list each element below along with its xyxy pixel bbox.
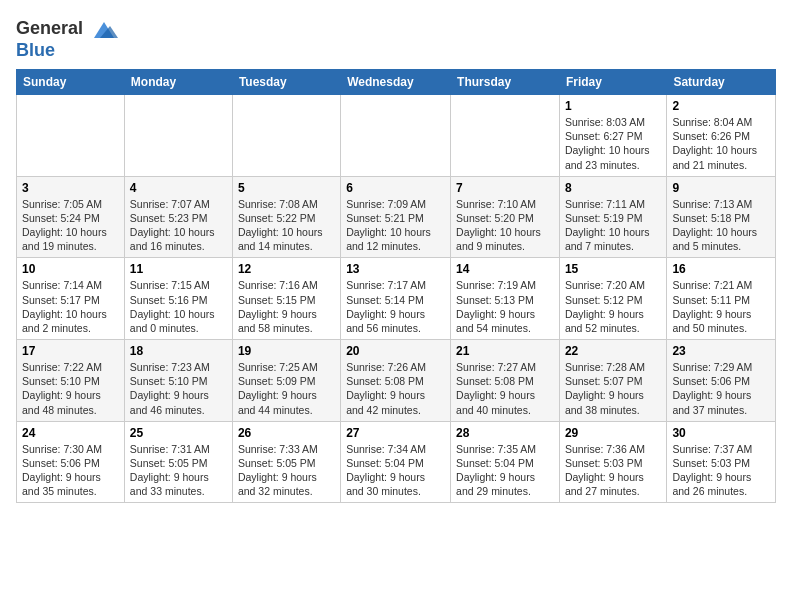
day-number: 2 xyxy=(672,99,770,113)
day-number: 21 xyxy=(456,344,554,358)
day-number: 27 xyxy=(346,426,445,440)
calendar-cell xyxy=(451,95,560,177)
day-info: Sunrise: 7:16 AM Sunset: 5:15 PM Dayligh… xyxy=(238,278,335,335)
day-info: Sunrise: 7:10 AM Sunset: 5:20 PM Dayligh… xyxy=(456,197,554,254)
day-number: 1 xyxy=(565,99,661,113)
calendar-cell: 16Sunrise: 7:21 AM Sunset: 5:11 PM Dayli… xyxy=(667,258,776,340)
calendar-cell: 15Sunrise: 7:20 AM Sunset: 5:12 PM Dayli… xyxy=(559,258,666,340)
day-info: Sunrise: 7:22 AM Sunset: 5:10 PM Dayligh… xyxy=(22,360,119,417)
column-header-friday: Friday xyxy=(559,70,666,95)
calendar-cell: 23Sunrise: 7:29 AM Sunset: 5:06 PM Dayli… xyxy=(667,340,776,422)
page-header: General Blue xyxy=(16,16,776,61)
day-info: Sunrise: 7:23 AM Sunset: 5:10 PM Dayligh… xyxy=(130,360,227,417)
calendar-cell: 28Sunrise: 7:35 AM Sunset: 5:04 PM Dayli… xyxy=(451,421,560,503)
day-number: 11 xyxy=(130,262,227,276)
day-info: Sunrise: 7:05 AM Sunset: 5:24 PM Dayligh… xyxy=(22,197,119,254)
day-info: Sunrise: 7:36 AM Sunset: 5:03 PM Dayligh… xyxy=(565,442,661,499)
day-number: 5 xyxy=(238,181,335,195)
calendar-cell: 14Sunrise: 7:19 AM Sunset: 5:13 PM Dayli… xyxy=(451,258,560,340)
day-info: Sunrise: 7:26 AM Sunset: 5:08 PM Dayligh… xyxy=(346,360,445,417)
day-number: 19 xyxy=(238,344,335,358)
calendar-cell: 26Sunrise: 7:33 AM Sunset: 5:05 PM Dayli… xyxy=(232,421,340,503)
day-info: Sunrise: 7:17 AM Sunset: 5:14 PM Dayligh… xyxy=(346,278,445,335)
calendar-cell: 10Sunrise: 7:14 AM Sunset: 5:17 PM Dayli… xyxy=(17,258,125,340)
day-info: Sunrise: 8:04 AM Sunset: 6:26 PM Dayligh… xyxy=(672,115,770,172)
day-number: 12 xyxy=(238,262,335,276)
day-number: 9 xyxy=(672,181,770,195)
column-header-monday: Monday xyxy=(124,70,232,95)
day-number: 8 xyxy=(565,181,661,195)
calendar-cell xyxy=(124,95,232,177)
day-number: 22 xyxy=(565,344,661,358)
calendar-week-row: 3Sunrise: 7:05 AM Sunset: 5:24 PM Daylig… xyxy=(17,176,776,258)
calendar-week-row: 1Sunrise: 8:03 AM Sunset: 6:27 PM Daylig… xyxy=(17,95,776,177)
day-number: 24 xyxy=(22,426,119,440)
day-number: 30 xyxy=(672,426,770,440)
calendar-cell: 7Sunrise: 7:10 AM Sunset: 5:20 PM Daylig… xyxy=(451,176,560,258)
calendar-cell: 5Sunrise: 7:08 AM Sunset: 5:22 PM Daylig… xyxy=(232,176,340,258)
calendar-cell: 24Sunrise: 7:30 AM Sunset: 5:06 PM Dayli… xyxy=(17,421,125,503)
calendar-week-row: 24Sunrise: 7:30 AM Sunset: 5:06 PM Dayli… xyxy=(17,421,776,503)
day-info: Sunrise: 7:28 AM Sunset: 5:07 PM Dayligh… xyxy=(565,360,661,417)
day-info: Sunrise: 7:29 AM Sunset: 5:06 PM Dayligh… xyxy=(672,360,770,417)
day-info: Sunrise: 7:11 AM Sunset: 5:19 PM Dayligh… xyxy=(565,197,661,254)
calendar-cell: 19Sunrise: 7:25 AM Sunset: 5:09 PM Dayli… xyxy=(232,340,340,422)
column-header-saturday: Saturday xyxy=(667,70,776,95)
day-info: Sunrise: 7:13 AM Sunset: 5:18 PM Dayligh… xyxy=(672,197,770,254)
day-number: 18 xyxy=(130,344,227,358)
calendar-table: SundayMondayTuesdayWednesdayThursdayFrid… xyxy=(16,69,776,503)
day-number: 13 xyxy=(346,262,445,276)
day-number: 28 xyxy=(456,426,554,440)
calendar-cell: 2Sunrise: 8:04 AM Sunset: 6:26 PM Daylig… xyxy=(667,95,776,177)
calendar-cell: 30Sunrise: 7:37 AM Sunset: 5:03 PM Dayli… xyxy=(667,421,776,503)
day-info: Sunrise: 7:19 AM Sunset: 5:13 PM Dayligh… xyxy=(456,278,554,335)
column-header-tuesday: Tuesday xyxy=(232,70,340,95)
calendar-cell: 20Sunrise: 7:26 AM Sunset: 5:08 PM Dayli… xyxy=(341,340,451,422)
day-info: Sunrise: 7:33 AM Sunset: 5:05 PM Dayligh… xyxy=(238,442,335,499)
calendar-cell: 21Sunrise: 7:27 AM Sunset: 5:08 PM Dayli… xyxy=(451,340,560,422)
calendar-cell: 29Sunrise: 7:36 AM Sunset: 5:03 PM Dayli… xyxy=(559,421,666,503)
day-info: Sunrise: 7:14 AM Sunset: 5:17 PM Dayligh… xyxy=(22,278,119,335)
calendar-week-row: 17Sunrise: 7:22 AM Sunset: 5:10 PM Dayli… xyxy=(17,340,776,422)
calendar-cell xyxy=(17,95,125,177)
logo: General Blue xyxy=(16,16,118,61)
day-info: Sunrise: 7:30 AM Sunset: 5:06 PM Dayligh… xyxy=(22,442,119,499)
calendar-cell xyxy=(232,95,340,177)
day-info: Sunrise: 7:34 AM Sunset: 5:04 PM Dayligh… xyxy=(346,442,445,499)
day-info: Sunrise: 7:27 AM Sunset: 5:08 PM Dayligh… xyxy=(456,360,554,417)
day-number: 16 xyxy=(672,262,770,276)
day-info: Sunrise: 7:08 AM Sunset: 5:22 PM Dayligh… xyxy=(238,197,335,254)
day-number: 15 xyxy=(565,262,661,276)
day-info: Sunrise: 7:37 AM Sunset: 5:03 PM Dayligh… xyxy=(672,442,770,499)
day-number: 14 xyxy=(456,262,554,276)
day-info: Sunrise: 7:35 AM Sunset: 5:04 PM Dayligh… xyxy=(456,442,554,499)
column-header-thursday: Thursday xyxy=(451,70,560,95)
day-info: Sunrise: 7:31 AM Sunset: 5:05 PM Dayligh… xyxy=(130,442,227,499)
calendar-cell: 8Sunrise: 7:11 AM Sunset: 5:19 PM Daylig… xyxy=(559,176,666,258)
day-number: 25 xyxy=(130,426,227,440)
day-number: 26 xyxy=(238,426,335,440)
day-number: 23 xyxy=(672,344,770,358)
calendar-cell: 18Sunrise: 7:23 AM Sunset: 5:10 PM Dayli… xyxy=(124,340,232,422)
calendar-cell: 27Sunrise: 7:34 AM Sunset: 5:04 PM Dayli… xyxy=(341,421,451,503)
day-info: Sunrise: 7:21 AM Sunset: 5:11 PM Dayligh… xyxy=(672,278,770,335)
calendar-cell: 1Sunrise: 8:03 AM Sunset: 6:27 PM Daylig… xyxy=(559,95,666,177)
calendar-cell: 12Sunrise: 7:16 AM Sunset: 5:15 PM Dayli… xyxy=(232,258,340,340)
calendar-cell: 4Sunrise: 7:07 AM Sunset: 5:23 PM Daylig… xyxy=(124,176,232,258)
calendar-cell: 9Sunrise: 7:13 AM Sunset: 5:18 PM Daylig… xyxy=(667,176,776,258)
calendar-cell: 17Sunrise: 7:22 AM Sunset: 5:10 PM Dayli… xyxy=(17,340,125,422)
day-number: 17 xyxy=(22,344,119,358)
day-number: 7 xyxy=(456,181,554,195)
day-number: 6 xyxy=(346,181,445,195)
day-number: 4 xyxy=(130,181,227,195)
calendar-cell: 22Sunrise: 7:28 AM Sunset: 5:07 PM Dayli… xyxy=(559,340,666,422)
calendar-cell: 11Sunrise: 7:15 AM Sunset: 5:16 PM Dayli… xyxy=(124,258,232,340)
day-info: Sunrise: 7:25 AM Sunset: 5:09 PM Dayligh… xyxy=(238,360,335,417)
calendar-cell: 13Sunrise: 7:17 AM Sunset: 5:14 PM Dayli… xyxy=(341,258,451,340)
day-number: 3 xyxy=(22,181,119,195)
calendar-cell xyxy=(341,95,451,177)
column-header-wednesday: Wednesday xyxy=(341,70,451,95)
calendar-week-row: 10Sunrise: 7:14 AM Sunset: 5:17 PM Dayli… xyxy=(17,258,776,340)
day-number: 10 xyxy=(22,262,119,276)
day-number: 29 xyxy=(565,426,661,440)
